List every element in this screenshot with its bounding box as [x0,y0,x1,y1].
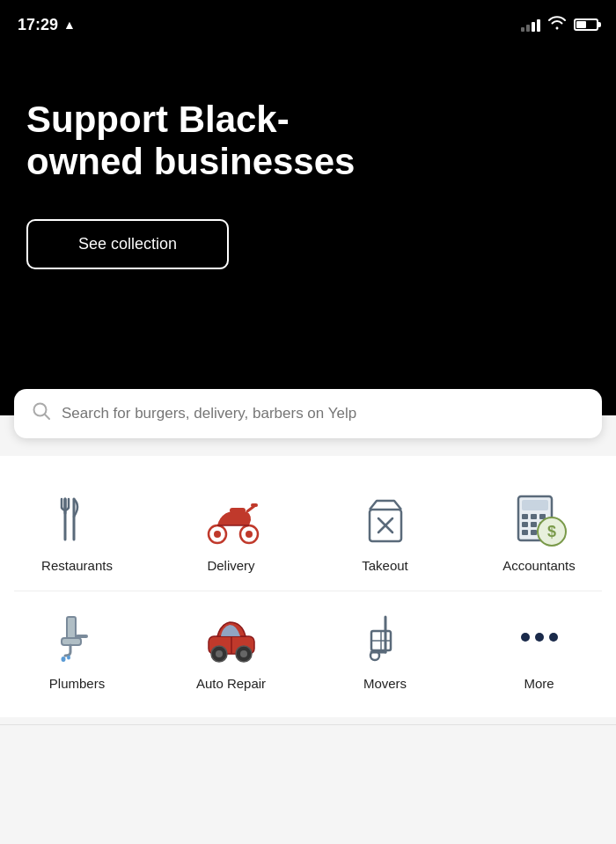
search-input[interactable] [62,405,584,422]
svg-rect-26 [522,530,528,535]
category-restaurants[interactable]: Restaurants [0,473,154,591]
more-icon [511,609,568,665]
status-icons [521,16,598,33]
hero-title: Support Black-owned businesses [26,99,361,184]
plumbers-icon [49,609,106,665]
svg-rect-27 [531,530,537,535]
svg-line-1 [45,415,49,419]
see-collection-button[interactable]: See collection [26,219,229,269]
categories-row-2: Plumbers [0,591,616,708]
svg-point-33 [61,657,65,662]
time-display: 17:29 [18,16,58,34]
battery-icon [574,18,598,31]
accountants-icon: $ [511,491,568,547]
svg-point-48 [521,633,530,642]
svg-rect-23 [522,522,528,527]
movers-label: Movers [363,676,407,691]
svg-rect-24 [531,522,537,527]
svg-point-40 [240,650,247,657]
svg-rect-20 [522,514,528,519]
category-plumbers[interactable]: Plumbers [0,591,154,708]
restaurants-label: Restaurants [41,558,113,573]
location-icon: ▲ [63,18,76,32]
accountants-label: Accountants [502,558,576,573]
category-delivery[interactable]: Delivery [154,473,308,591]
svg-point-11 [246,531,253,538]
svg-rect-21 [531,514,537,519]
search-bar[interactable] [14,389,602,438]
svg-point-34 [67,656,70,660]
signal-icon [521,18,540,32]
delivery-icon [203,491,260,547]
restaurants-icon [49,491,106,547]
svg-point-49 [535,633,544,642]
takeout-icon [357,491,414,547]
plumbers-label: Plumbers [49,676,105,691]
category-accountants[interactable]: $ Accountants [462,473,616,591]
auto-repair-label: Auto Repair [196,676,266,691]
category-takeout[interactable]: Takeout [308,473,462,591]
category-more[interactable]: More [462,591,616,708]
search-icon [32,401,51,426]
svg-rect-35 [76,635,88,638]
movers-icon [357,609,414,665]
status-time: 17:29 ▲ [18,16,76,34]
takeout-label: Takeout [362,558,408,573]
svg-point-9 [214,531,221,538]
delivery-label: Delivery [207,558,254,573]
status-bar: 17:29 ▲ [0,0,616,46]
wifi-icon [547,16,567,33]
category-auto-repair[interactable]: Auto Repair [154,591,308,708]
categories-row-1: Restaurants [0,473,616,591]
svg-rect-32 [62,638,81,645]
svg-rect-19 [522,500,548,510]
svg-point-50 [549,633,558,642]
bottom-divider [0,724,616,725]
svg-rect-12 [230,508,246,513]
categories-section: Restaurants [0,456,616,717]
svg-point-38 [216,650,223,657]
auto-repair-icon [203,609,260,665]
hero-section: Support Black-owned businesses See colle… [0,46,616,415]
svg-rect-14 [251,503,258,507]
more-label: More [524,676,554,691]
svg-text:$: $ [546,523,555,540]
category-movers[interactable]: Movers [308,591,462,708]
